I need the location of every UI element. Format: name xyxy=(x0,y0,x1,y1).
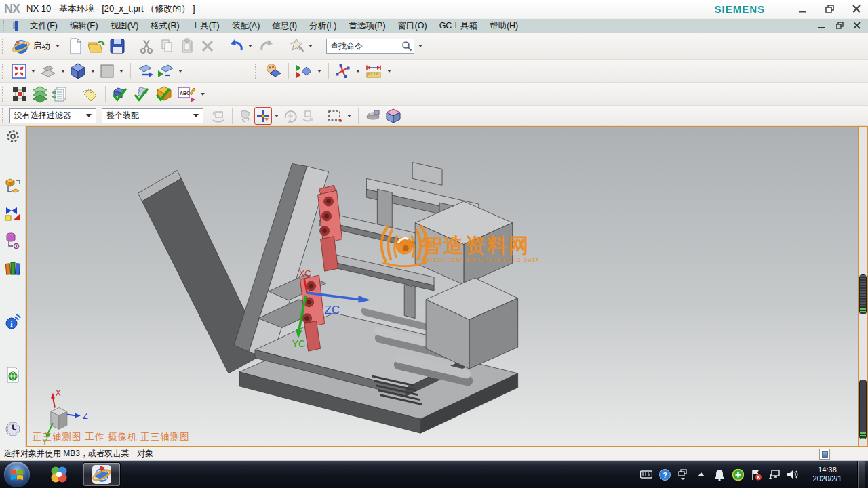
open-file-button[interactable] xyxy=(85,36,107,56)
copy-button[interactable] xyxy=(157,36,177,56)
wireframe-caret-icon[interactable] xyxy=(61,70,65,73)
graphics-window[interactable]: XC ZC YC xyxy=(26,126,868,447)
assembly-ghost-button[interactable] xyxy=(209,107,228,125)
toolbar-grip[interactable] xyxy=(255,64,259,79)
roles-gear-button[interactable] xyxy=(3,129,23,144)
abc-caret-icon[interactable] xyxy=(201,93,205,96)
clamp-check-button[interactable] xyxy=(132,85,153,103)
menu-grip[interactable] xyxy=(3,20,6,31)
distance-button[interactable] xyxy=(363,62,384,80)
scrollbar-thumb-lower[interactable] xyxy=(859,380,867,439)
taskbar-app-nx[interactable] xyxy=(83,462,121,487)
part-navigator-button[interactable] xyxy=(3,232,23,249)
menu-item-analysis[interactable]: 分析(L) xyxy=(303,19,342,33)
hand-ghost-button[interactable] xyxy=(299,107,317,125)
reuse-library-button[interactable] xyxy=(3,259,23,277)
section-view-button[interactable] xyxy=(135,62,155,80)
cut-button[interactable] xyxy=(136,36,157,56)
child-close-button[interactable] xyxy=(852,21,863,30)
toolbar-grip[interactable] xyxy=(2,87,6,102)
measure-button[interactable] xyxy=(333,62,353,80)
restore-windows-button[interactable] xyxy=(677,468,689,481)
start-menu-button[interactable]: 启动 xyxy=(9,36,65,56)
viewport-scrollbar[interactable] xyxy=(858,127,867,446)
measure-caret-icon[interactable] xyxy=(356,70,360,73)
menu-item-window[interactable]: 窗口(O) xyxy=(392,19,433,33)
paste-button[interactable] xyxy=(177,36,197,56)
find-caret-icon[interactable] xyxy=(418,45,422,47)
fit-view-button[interactable] xyxy=(9,62,28,80)
assembly-navigator-button[interactable] xyxy=(3,178,23,195)
help-button[interactable]: ? xyxy=(658,468,671,481)
menu-item-view[interactable]: 视图(V) xyxy=(104,19,145,33)
clip-cube-button[interactable] xyxy=(383,107,403,125)
cube-check-button[interactable] xyxy=(153,85,175,103)
marquee-select-button[interactable] xyxy=(326,107,344,125)
close-button[interactable] xyxy=(849,3,864,15)
move-component-button[interactable] xyxy=(9,85,30,103)
toolbar-grip[interactable] xyxy=(2,39,6,54)
menu-item-file[interactable]: 文件(F) xyxy=(24,19,64,33)
section-caret-icon[interactable] xyxy=(178,70,182,73)
assembly-check-button[interactable] xyxy=(110,85,132,103)
tag-note-button[interactable] xyxy=(79,85,101,103)
distance-caret-icon[interactable] xyxy=(387,70,391,73)
action-center-button[interactable] xyxy=(750,468,762,481)
menu-item-information[interactable]: 信息(I) xyxy=(266,19,303,33)
child-restore-button[interactable] xyxy=(834,21,845,30)
delete-button[interactable] xyxy=(197,36,218,56)
show-desktop-button[interactable] xyxy=(857,461,865,488)
taskbar-app-360[interactable] xyxy=(43,462,75,487)
menu-item-assembly[interactable]: 装配(A) xyxy=(226,19,267,33)
rotate-ghost-button[interactable] xyxy=(281,107,299,125)
input-keyboard-button[interactable] xyxy=(640,468,652,481)
info-navigator-button[interactable]: i xyxy=(3,313,23,331)
snap-point-button[interactable] xyxy=(254,107,272,125)
history-button[interactable] xyxy=(3,420,23,438)
snap-caret-icon[interactable] xyxy=(275,115,279,117)
menu-item-gc-toolbox[interactable]: GC工具箱 xyxy=(433,19,484,33)
show-hidden-icons-button[interactable] xyxy=(695,468,707,481)
touch-mode-button[interactable] xyxy=(285,36,317,56)
layer-settings-button[interactable] xyxy=(30,85,50,103)
network-button[interactable] xyxy=(768,468,781,481)
menu-item-format[interactable]: 格式(R) xyxy=(144,19,185,33)
taskbar-clock[interactable]: 14:38 2020/2/1 xyxy=(809,466,846,483)
role-palette-button[interactable] xyxy=(262,62,284,80)
layer-list-button[interactable] xyxy=(50,85,71,103)
shaded-caret-icon[interactable] xyxy=(91,70,95,73)
selection-scope-dropdown[interactable]: 整个装配 xyxy=(102,108,203,123)
notification-button[interactable] xyxy=(713,468,726,481)
menu-item-edit[interactable]: 编辑(E) xyxy=(64,19,104,33)
wireframe-view-button[interactable] xyxy=(38,62,58,80)
cap-display-button[interactable] xyxy=(363,107,383,125)
scene-canvas[interactable]: XC ZC YC xyxy=(27,127,867,446)
3d-model[interactable] xyxy=(138,163,517,434)
menu-item-tools[interactable]: 工具(T) xyxy=(186,19,226,33)
volume-button[interactable] xyxy=(787,468,799,481)
scrollbar-thumb-upper[interactable] xyxy=(859,274,867,314)
toolbar-grip[interactable] xyxy=(2,64,6,79)
fit-caret-icon[interactable] xyxy=(31,70,35,73)
toolbar-grip[interactable] xyxy=(2,108,6,123)
status-window-button[interactable] xyxy=(819,449,830,460)
drag-ghost-button[interactable] xyxy=(237,107,254,125)
face-display-button[interactable] xyxy=(98,62,117,80)
restore-button[interactable] xyxy=(822,3,837,15)
new-file-button[interactable] xyxy=(65,36,85,56)
menu-item-preferences[interactable]: 首选项(P) xyxy=(342,19,391,33)
undo-button[interactable] xyxy=(226,36,256,56)
constraint-navigator-button[interactable] xyxy=(3,205,23,222)
selection-filter-dropdown[interactable]: 没有选择过滤器 xyxy=(9,108,96,123)
web-browser-button[interactable] xyxy=(3,366,23,384)
start-button[interactable] xyxy=(4,462,30,487)
edit-section-button[interactable] xyxy=(155,62,176,80)
child-minimize-button[interactable] xyxy=(816,21,827,30)
marquee-caret-icon[interactable] xyxy=(347,115,351,117)
antivirus-button[interactable] xyxy=(732,468,744,481)
save-button[interactable] xyxy=(107,36,127,56)
face-caret-icon[interactable] xyxy=(119,70,123,73)
minimize-button[interactable] xyxy=(795,3,810,15)
show-hide-button[interactable] xyxy=(293,62,315,80)
show-hide-caret-icon[interactable] xyxy=(317,70,321,73)
